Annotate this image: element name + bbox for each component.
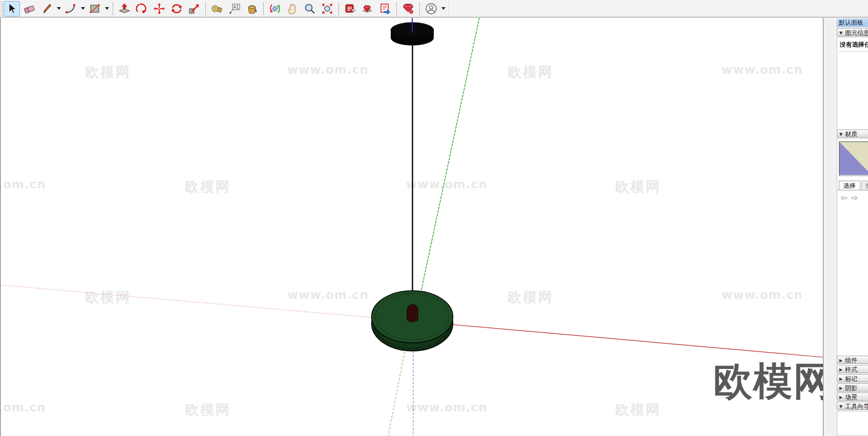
- chevron-right-icon: ▶: [839, 386, 842, 390]
- chevron-right-icon: ▶: [839, 395, 842, 400]
- dropdown-arrow-icon[interactable]: [55, 2, 62, 16]
- tape-measure-button[interactable]: [209, 1, 225, 16]
- panel-header-shadows[interactable]: ▶阴影: [837, 383, 868, 391]
- move-button[interactable]: [151, 1, 167, 16]
- tab-select[interactable]: 选择: [839, 181, 860, 190]
- panel-header-components[interactable]: ▶组件: [837, 356, 868, 364]
- divider: [838, 51, 868, 52]
- toolbar-separator: [263, 2, 264, 15]
- select-cursor-button[interactable]: [4, 1, 20, 16]
- instructor-panel: [837, 411, 868, 436]
- sketchup-window: A1 欧模网www.om.cn欧模网www.om.cnwww.om.cn欧模网w…: [0, 0, 868, 436]
- chevron-down-icon: ▼: [839, 31, 842, 35]
- no-selection-message: 没有选择任何项: [837, 37, 868, 49]
- toolbar-separator: [419, 2, 420, 15]
- zoom-extents-icon: [321, 3, 333, 15]
- pan-hand-button[interactable]: [284, 1, 301, 16]
- scale-button[interactable]: [186, 1, 202, 16]
- text-a1-icon: A1: [228, 3, 241, 15]
- dropdown-arrow-icon[interactable]: [440, 2, 447, 16]
- panel-header-scenes[interactable]: ▶场景: [837, 393, 868, 401]
- svg-text:A1: A1: [234, 5, 239, 9]
- panel-header-label: 标记: [845, 375, 857, 382]
- panel-header-tags[interactable]: ▶标记: [837, 374, 868, 382]
- select-cursor-icon: [6, 3, 18, 15]
- ruby-gear-button[interactable]: [400, 1, 416, 16]
- chevron-right-icon: ▶: [839, 358, 842, 363]
- arc-icon: [65, 3, 77, 15]
- toolbar-grip[interactable]: [1, 2, 3, 16]
- arc-button[interactable]: [62, 1, 79, 16]
- text-a1-button[interactable]: A1: [226, 1, 243, 16]
- account-person-icon: [425, 3, 437, 15]
- red-axis-positive: [416, 321, 823, 357]
- chevron-down-icon: ▼: [839, 404, 842, 409]
- green-axis-negative: [388, 353, 405, 436]
- panel-header-label: 场景: [845, 394, 857, 401]
- panel-header-label: 组件: [845, 357, 857, 364]
- pencil-line-button[interactable]: [38, 1, 55, 16]
- orbit-button[interactable]: [267, 1, 283, 16]
- toolbar-separator: [113, 2, 113, 15]
- paint-bucket-icon: [246, 3, 258, 15]
- extension-export-icon: [379, 3, 391, 15]
- zoom-icon: [304, 3, 316, 15]
- push-pull-button[interactable]: [116, 1, 133, 16]
- zoom-extents-button[interactable]: [319, 1, 335, 16]
- orbit-icon: [269, 3, 281, 15]
- paint-bucket-button[interactable]: [244, 1, 260, 16]
- extension-red-2-icon: [362, 3, 374, 15]
- extension-export-button[interactable]: [377, 1, 393, 16]
- back-arrow-icon[interactable]: ⇦: [839, 193, 849, 203]
- account-person-button[interactable]: [423, 1, 439, 16]
- rotate-icon: [171, 3, 183, 15]
- toolbar-separator: [396, 2, 397, 15]
- panel-header-entity-info[interactable]: ▼图元信息: [837, 28, 868, 36]
- tab-strip-border: [837, 190, 868, 190]
- move-icon: [153, 3, 165, 15]
- extension-red-2-button[interactable]: [359, 1, 376, 16]
- dropdown-arrow-icon[interactable]: [103, 2, 110, 16]
- drawing-canvas[interactable]: 欧模网www.om.cn欧模网www.om.cnwww.om.cn欧模网www.…: [0, 18, 823, 436]
- push-pull-icon: [118, 3, 131, 15]
- tape-measure-icon: [211, 3, 223, 15]
- toolbar-separator: [205, 2, 206, 15]
- panel-header-styles[interactable]: ▶样式: [837, 365, 868, 373]
- materials-panel: 选择 编辑 ⇦ ⇨: [837, 138, 868, 372]
- forward-arrow-icon[interactable]: ⇨: [850, 193, 859, 203]
- toolbar-separator: [338, 2, 339, 15]
- chevron-right-icon: ▶: [839, 377, 842, 381]
- pan-hand-icon: [286, 3, 299, 15]
- follow-me-button[interactable]: [134, 1, 150, 16]
- toolbar: A1: [0, 0, 868, 17]
- scale-icon: [188, 3, 200, 15]
- default-tray: 默认面板 ▼图元信息 没有选择任何项 ▼材质 选择 编辑 ⇦ ⇨ ▼工具向导 ▶…: [837, 18, 868, 436]
- eraser-icon: [23, 3, 35, 15]
- pencil-line-icon: [40, 3, 53, 15]
- chevron-down-icon: ▼: [839, 132, 842, 137]
- eraser-button[interactable]: [21, 1, 37, 16]
- dropdown-arrow-icon[interactable]: [79, 2, 86, 16]
- panel-header-label: 样式: [845, 366, 857, 373]
- extension-red-1-button[interactable]: [342, 1, 358, 16]
- panel-header-instructor[interactable]: ▼工具向导: [837, 402, 868, 410]
- panel-header-label: 阴影: [845, 384, 857, 391]
- shapes-rectangle-icon: [89, 3, 101, 15]
- toolbar-panel-edge: [449, 1, 450, 16]
- pendant-lamp-model: [372, 18, 453, 351]
- material-preview-thumbnail[interactable]: [839, 141, 868, 176]
- ruby-gear-icon: [402, 3, 414, 15]
- zoom-button[interactable]: [302, 1, 318, 16]
- tab-edit[interactable]: 编辑: [861, 181, 868, 190]
- extension-red-1-icon: [344, 3, 356, 15]
- red-axis-negative: [1, 285, 416, 321]
- chevron-right-icon: ▶: [839, 367, 842, 372]
- panel-header-materials[interactable]: ▼材质: [837, 129, 868, 138]
- tray-title[interactable]: 默认面板: [837, 18, 868, 27]
- scene-svg: [1, 18, 823, 436]
- rotate-button[interactable]: [168, 1, 185, 16]
- follow-me-icon: [136, 3, 148, 15]
- shapes-rectangle-button[interactable]: [87, 1, 103, 16]
- lamp-socket: [407, 304, 418, 322]
